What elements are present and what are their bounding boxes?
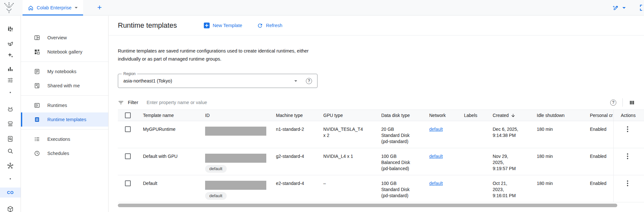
region-value: asia-northeast1 (Tokyo)	[123, 78, 294, 83]
region-help-icon[interactable]: ?	[306, 78, 312, 84]
table-help-icon[interactable]: ?	[610, 100, 616, 106]
filter-input[interactable]	[147, 100, 610, 105]
machine-type: n1-standard-2	[269, 121, 316, 148]
sidebar-item-label: Overview	[47, 35, 67, 40]
row-checkbox[interactable]	[125, 180, 131, 186]
horizontal-scrollbar-thumb[interactable]	[118, 204, 617, 207]
col-id[interactable]: ID	[198, 110, 269, 121]
template-name: Default	[136, 175, 198, 202]
sort-desc-arrow-icon	[511, 113, 516, 118]
dashboard-icon[interactable]	[0, 25, 21, 33]
network-link[interactable]: default	[429, 127, 443, 132]
model-garden-icon[interactable]	[0, 40, 21, 47]
sidebar-item-label: Shared with me	[47, 83, 80, 88]
gpu-type: NVIDIA_L4 x 1	[316, 148, 374, 175]
sidebar-item-executions[interactable]: Executions	[21, 132, 108, 146]
default-badge: default	[205, 192, 227, 200]
network-link[interactable]: default	[429, 181, 443, 186]
idle-shutdown: 180 min	[530, 148, 583, 175]
select-all-checkbox[interactable]	[125, 112, 131, 118]
model-registry-icon[interactable]	[0, 120, 21, 127]
clock-icon	[34, 150, 40, 157]
runtime-templates-table: Template name ID Machine type GPU type D…	[118, 110, 644, 202]
row-actions-menu[interactable]	[625, 126, 630, 133]
page-title: Runtime templates	[118, 21, 177, 30]
sidebar-item-runtime-templates[interactable]: Runtime templates	[21, 112, 108, 127]
executions-icon	[34, 136, 40, 142]
expand-icon[interactable]	[639, 4, 644, 11]
top-bar: Colab Enterprise +	[0, 0, 644, 15]
gemini-sparkle-icon[interactable]	[0, 52, 21, 59]
row-actions-menu[interactable]	[625, 153, 630, 160]
created: Oct 21, 2023, 9:16:01 PM	[486, 175, 530, 202]
col-template-name[interactable]: Template name	[136, 110, 198, 121]
data-disk-type: 100 GB Balanced Disk (pd-balanced)	[374, 148, 422, 175]
rail-divider-dot	[0, 178, 21, 179]
hub-icon[interactable]	[0, 162, 21, 169]
new-tab-button[interactable]: +	[95, 3, 104, 13]
sidebar-item-my-notebooks[interactable]: My notebooks	[21, 64, 108, 79]
sidebar-divider	[21, 129, 108, 130]
notebook-icon	[34, 68, 40, 75]
column-settings-icon[interactable]	[629, 100, 635, 106]
overview-icon	[34, 34, 40, 41]
deploy-box-icon[interactable]	[0, 206, 21, 212]
sidebar-item-notebook-gallery[interactable]: Notebook gallery	[21, 45, 108, 59]
network-link[interactable]: default	[429, 154, 443, 159]
tab-colab-enterprise[interactable]: Colab Enterprise	[23, 0, 83, 15]
metrics-icon[interactable]	[0, 65, 21, 72]
labels	[457, 121, 486, 148]
colab-rail-item[interactable]: CO	[0, 188, 21, 198]
labels	[457, 175, 486, 202]
row-checkbox[interactable]	[125, 126, 131, 132]
row-actions-menu[interactable]	[625, 180, 630, 187]
filter-icon	[118, 100, 124, 106]
sidebar-divider	[21, 62, 108, 62]
sidebar-item-label: Notebook gallery	[47, 49, 82, 54]
gpu-type: –	[316, 175, 374, 202]
template-name: MyGPURuntime	[136, 121, 198, 148]
id-cell	[198, 121, 269, 148]
col-idle-shutdown[interactable]: Idle shutdown	[530, 110, 583, 121]
refresh-button[interactable]: Refresh	[257, 23, 282, 29]
main-content: Runtime templates New Template Refresh R…	[109, 16, 644, 212]
sidebar-item-runtimes[interactable]: Runtimes	[21, 98, 108, 112]
sidebar-item-schedules[interactable]: Schedules	[21, 146, 108, 160]
search-icon[interactable]	[0, 148, 21, 155]
col-machine-type[interactable]: Machine type	[269, 110, 316, 121]
new-template-button[interactable]: New Template	[204, 23, 242, 28]
sidebar-item-overview[interactable]: Overview	[21, 31, 108, 45]
created: Dec 6, 2025, 9:14:38 PM	[486, 121, 530, 148]
page-header: Runtime templates New Template Refresh	[109, 16, 644, 35]
tune-icon[interactable]	[0, 77, 21, 84]
gemini-edit-icon[interactable]	[611, 4, 619, 12]
sidebar-item-label: Runtime templates	[47, 117, 86, 122]
vertex-ai-logo	[3, 2, 15, 14]
divider	[622, 98, 623, 107]
redacted-id	[205, 181, 266, 190]
col-created[interactable]: Created	[486, 110, 530, 121]
sidebar-item-label: Executions	[47, 137, 70, 142]
tab-label: Colab Enterprise	[37, 5, 71, 10]
sidebar-item-shared-with-me[interactable]: Shared with me	[21, 79, 108, 93]
filter-label: Filter	[128, 100, 138, 105]
col-personal-cr[interactable]: Personal cr	[583, 110, 613, 121]
home-icon	[28, 5, 34, 11]
col-gpu-type[interactable]: GPU type	[316, 110, 374, 121]
col-network[interactable]: Network	[422, 110, 457, 121]
default-badge: default	[205, 165, 227, 173]
doc-search-icon[interactable]	[0, 135, 21, 142]
agent-builder-icon[interactable]	[0, 106, 21, 113]
chevron-down-icon	[74, 6, 78, 9]
id-cell: default	[198, 175, 269, 202]
gpu-type: NVIDIA_TESLA_T4 x 2	[316, 121, 374, 148]
col-data-disk-type[interactable]: Data disk type	[374, 110, 422, 121]
chevron-down-icon[interactable]	[622, 6, 626, 9]
page-description: Runtime templates are saved runtime conf…	[118, 47, 312, 63]
col-labels[interactable]: Labels	[457, 110, 486, 121]
horizontal-scrollbar	[118, 204, 644, 207]
dropdown-caret-icon	[294, 80, 298, 82]
idle-shutdown: 180 min	[530, 175, 583, 202]
region-select[interactable]: Region asia-northeast1 (Tokyo) ?	[118, 74, 317, 88]
row-checkbox[interactable]	[125, 153, 131, 159]
